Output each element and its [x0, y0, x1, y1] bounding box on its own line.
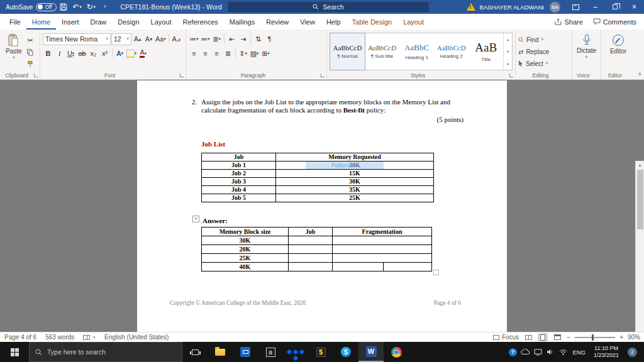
- answer-table[interactable]: Memory Block size Job Fragmentation 30K …: [201, 227, 432, 272]
- table-cell[interactable]: 25K: [276, 194, 434, 202]
- table-cell[interactable]: [333, 254, 432, 263]
- quick-access-toolbar-menu[interactable]: ˅: [98, 0, 112, 14]
- text-highlight-button[interactable]: ▾: [126, 48, 137, 60]
- table-cell[interactable]: [333, 245, 432, 254]
- tab-design[interactable]: Design: [112, 14, 145, 30]
- table-move-handle[interactable]: +: [192, 216, 199, 222]
- warning-icon[interactable]: [467, 3, 475, 11]
- shrink-font-button[interactable]: A▾: [143, 33, 154, 45]
- tab-help[interactable]: Help: [321, 14, 347, 30]
- tab-references[interactable]: References: [177, 14, 224, 30]
- status-word-count[interactable]: 563 words: [41, 334, 79, 341]
- taskbar-clock[interactable]: 11:10 PM 1/23/2021: [589, 345, 624, 359]
- underline-button[interactable]: U▾: [65, 48, 76, 60]
- status-page-info[interactable]: Page 4 of 6: [0, 334, 41, 341]
- job-table[interactable]: Job Memory Requested Job 1 20K Job 2 15K…: [201, 153, 434, 202]
- question-paragraph[interactable]: 2. Assign the jobs on the Job List to th…: [192, 98, 465, 114]
- chrome-button[interactable]: [384, 342, 409, 362]
- answer-label[interactable]: Answer:: [203, 217, 228, 224]
- bullets-button[interactable]: ≔▾: [189, 33, 199, 45]
- align-center-button[interactable]: ≡: [200, 48, 211, 60]
- redo-button[interactable]: ↻ ▾: [84, 0, 98, 14]
- share-button[interactable]: Share: [555, 18, 582, 26]
- status-language[interactable]: English (United States): [100, 334, 173, 341]
- file-explorer-button[interactable]: [208, 342, 233, 362]
- table-cell[interactable]: [289, 263, 333, 272]
- table-cell[interactable]: [333, 263, 384, 272]
- decrease-indent-button[interactable]: ⇤: [226, 33, 237, 45]
- scroll-up-arrow[interactable]: ▲: [636, 161, 644, 169]
- start-button[interactable]: [0, 342, 29, 362]
- cut-button[interactable]: ✂: [25, 35, 36, 45]
- table-cell[interactable]: [289, 236, 333, 245]
- table-cell[interactable]: Job 2: [202, 170, 276, 178]
- save-button[interactable]: [57, 0, 70, 14]
- zoom-in-button[interactable]: +: [619, 334, 623, 341]
- style-normal[interactable]: AaBbCcD ¶ Normal: [330, 33, 365, 70]
- job-table-header-job[interactable]: Job: [202, 153, 276, 162]
- text-effects-button[interactable]: A▾: [114, 48, 125, 60]
- show-formatting-button[interactable]: ¶: [264, 33, 275, 45]
- skype-button[interactable]: S: [333, 342, 358, 362]
- task-view-button[interactable]: [182, 342, 208, 362]
- table-cell[interactable]: Job 4: [202, 186, 276, 194]
- account-name[interactable]: BASHAYER ALADWANI: [480, 4, 544, 11]
- paragraph-dialog-launcher[interactable]: [321, 74, 325, 77]
- volume-tray-button[interactable]: [544, 342, 557, 362]
- styles-scroll-down[interactable]: ▾: [504, 45, 512, 57]
- answer-header-fragmentation[interactable]: Fragmentation: [333, 228, 432, 236]
- line-spacing-button[interactable]: ⇕▾: [238, 48, 248, 60]
- select-button[interactable]: Select ˅: [518, 58, 569, 69]
- help-tray-button[interactable]: ?: [506, 342, 519, 362]
- dropbox-button[interactable]: [283, 342, 308, 362]
- table-cell[interactable]: Job 1: [202, 162, 276, 170]
- justify-button[interactable]: ≣: [223, 48, 233, 60]
- strikethrough-button[interactable]: ab: [77, 48, 87, 60]
- clipboard-dialog-launcher[interactable]: [34, 74, 38, 77]
- job-list-title[interactable]: Job List: [201, 140, 225, 148]
- restore-button[interactable]: [605, 0, 625, 14]
- font-color-button[interactable]: A▾: [138, 48, 148, 60]
- superscript-button[interactable]: x²: [99, 48, 110, 60]
- shading-button[interactable]: ▨▾: [249, 48, 260, 60]
- mail-app-button[interactable]: [233, 342, 258, 362]
- tab-mailings[interactable]: Mailings: [224, 14, 260, 30]
- font-size-combo[interactable]: 12 ˅: [111, 33, 131, 45]
- tab-draw[interactable]: Draw: [85, 14, 113, 30]
- styles-dialog-launcher[interactable]: [509, 74, 513, 77]
- scrollbar-thumb[interactable]: [637, 170, 643, 229]
- table-cell[interactable]: [289, 254, 333, 263]
- document-page[interactable]: 2. Assign the jobs on the Job List to th…: [137, 80, 507, 332]
- table-cell[interactable]: 35K: [276, 186, 434, 194]
- collapse-ribbon-button[interactable]: ˄: [638, 71, 641, 77]
- increase-indent-button[interactable]: ⇥: [238, 33, 248, 45]
- answer-header-block-size[interactable]: Memory Block size: [202, 228, 289, 236]
- styles-more-button[interactable]: ▾: [504, 58, 512, 70]
- tab-insert[interactable]: Insert: [56, 14, 85, 30]
- align-left-button[interactable]: ≡: [189, 48, 199, 60]
- tab-file[interactable]: File: [4, 14, 26, 30]
- notification-badge[interactable]: 2: [628, 348, 637, 357]
- numbering-button[interactable]: ≕▾: [200, 33, 211, 45]
- zoom-slider-thumb[interactable]: [592, 334, 594, 341]
- word-taskbar-button[interactable]: W: [358, 342, 384, 362]
- change-case-button[interactable]: Aa▾: [155, 33, 167, 45]
- tab-review[interactable]: Review: [260, 14, 294, 30]
- table-cell[interactable]: [289, 245, 333, 254]
- ribbon-display-options-button[interactable]: [566, 0, 586, 14]
- zoom-slider[interactable]: [575, 337, 615, 338]
- format-painter-button[interactable]: [25, 60, 36, 70]
- style-subtitle[interactable]: AaBbCcD ¶ Sub title: [365, 33, 399, 70]
- paste-button[interactable]: Paste ˅: [3, 33, 25, 70]
- display-tray-button[interactable]: [531, 342, 544, 362]
- table-cell[interactable]: 15K: [276, 170, 434, 178]
- editor-button[interactable]: Editor: [604, 33, 633, 56]
- clear-formatting-button[interactable]: A◢: [171, 33, 182, 45]
- table-cell[interactable]: Job 3: [202, 178, 276, 186]
- copy-button[interactable]: [25, 47, 36, 57]
- minimize-button[interactable]: –: [586, 0, 605, 14]
- status-proofing[interactable]: ×: [79, 334, 100, 340]
- style-heading2[interactable]: AaBbCcD Heading 2: [434, 33, 469, 70]
- web-layout-button[interactable]: [552, 333, 562, 341]
- table-cell[interactable]: [333, 236, 432, 245]
